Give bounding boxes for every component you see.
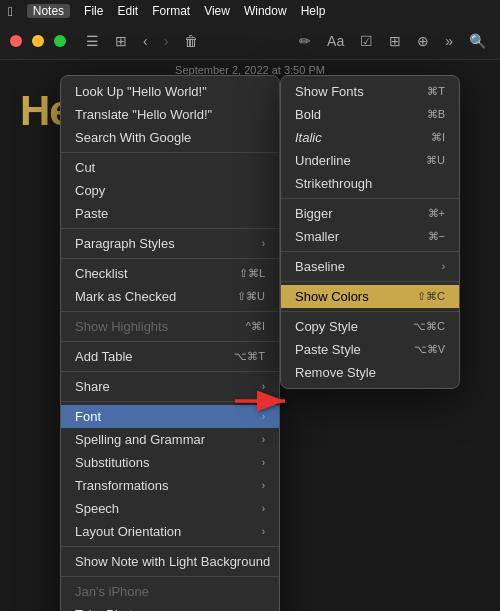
lookup-label: Look Up "Hello World!" — [75, 84, 207, 99]
menu-paste[interactable]: Paste — [61, 202, 279, 225]
minimize-button[interactable] — [32, 35, 44, 47]
more-btn[interactable]: » — [441, 31, 457, 51]
submenu-italic[interactable]: Italic⌘I — [281, 126, 459, 149]
submenu-sep4 — [281, 311, 459, 312]
grid-view-btn[interactable]: ⊞ — [111, 31, 131, 51]
sep4 — [61, 311, 279, 312]
submenu-show-fonts[interactable]: Show Fonts⌘T — [281, 80, 459, 103]
menu-copy[interactable]: Copy — [61, 179, 279, 202]
menu-speech[interactable]: Speech› — [61, 497, 279, 520]
menu-checklist[interactable]: Checklist⇧⌘L — [61, 262, 279, 285]
menu-add-table[interactable]: Add Table⌥⌘T — [61, 345, 279, 368]
arrow-transformations: › — [262, 480, 265, 491]
share-btn[interactable]: ⊕ — [413, 31, 433, 51]
list-view-btn[interactable]: ☰ — [82, 31, 103, 51]
sep2 — [61, 228, 279, 229]
menubar-file[interactable]: File — [84, 4, 103, 18]
arrow-substitutions: › — [262, 457, 265, 468]
submenu-paste-style[interactable]: Paste Style⌥⌘V — [281, 338, 459, 361]
submenu-underline[interactable]: Underline⌘U — [281, 149, 459, 172]
toolbar: ☰ ⊞ ‹ › 🗑 ✏ Aa ☑ ⊞ ⊕ » 🔍 — [0, 22, 500, 60]
sep5 — [61, 341, 279, 342]
submenu-show-colors[interactable]: Show Colors⇧⌘C — [281, 285, 459, 308]
menu-transformations[interactable]: Transformations› — [61, 474, 279, 497]
menubar-format[interactable]: Format — [152, 4, 190, 18]
submenu-sep1 — [281, 198, 459, 199]
compose-btn[interactable]: ✏ — [295, 31, 315, 51]
delete-btn[interactable]: 🗑 — [180, 31, 202, 51]
menubar-window[interactable]: Window — [244, 4, 287, 18]
menu-take-photo[interactable]: Take Photo — [61, 603, 279, 611]
menubar-notes[interactable]: Notes — [27, 4, 70, 18]
forward-btn[interactable]: › — [160, 31, 173, 51]
arrow-layout: › — [262, 526, 265, 537]
submenu-sep2 — [281, 251, 459, 252]
sep9 — [61, 576, 279, 577]
arrow-indicator — [235, 387, 295, 419]
font-submenu: Show Fonts⌘T Bold⌘B Italic⌘I Underline⌘U… — [280, 75, 460, 389]
submenu-bold[interactable]: Bold⌘B — [281, 103, 459, 126]
search-btn[interactable]: 🔍 — [465, 31, 490, 51]
menu-mark-checked[interactable]: Mark as Checked⇧⌘U — [61, 285, 279, 308]
submenu-bigger[interactable]: Bigger⌘+ — [281, 202, 459, 225]
sep3 — [61, 258, 279, 259]
context-menu: Look Up "Hello World!" Translate "Hello … — [60, 75, 280, 611]
menu-search-google[interactable]: Search With Google — [61, 126, 279, 149]
menu-section-iphone: Jan's iPhone — [61, 580, 279, 603]
apple-menu[interactable]:  — [8, 4, 13, 19]
menu-substitutions[interactable]: Substitutions› — [61, 451, 279, 474]
submenu-sep3 — [281, 281, 459, 282]
arrow-speech: › — [262, 503, 265, 514]
menu-translate[interactable]: Translate "Hello World!" — [61, 103, 279, 126]
submenu-baseline[interactable]: Baseline› — [281, 255, 459, 278]
back-btn[interactable]: ‹ — [139, 31, 152, 51]
table-btn[interactable]: ⊞ — [385, 31, 405, 51]
menubar-help[interactable]: Help — [301, 4, 326, 18]
checklist-btn[interactable]: ☑ — [356, 31, 377, 51]
menubar-view[interactable]: View — [204, 4, 230, 18]
menu-lookup[interactable]: Look Up "Hello World!" — [61, 80, 279, 103]
menu-layout[interactable]: Layout Orientation› — [61, 520, 279, 543]
submenu-remove-style[interactable]: Remove Style — [281, 361, 459, 384]
sep1 — [61, 152, 279, 153]
menubar-edit[interactable]: Edit — [117, 4, 138, 18]
menu-show-highlights: Show Highlights^⌘I — [61, 315, 279, 338]
sep6 — [61, 371, 279, 372]
menubar:  Notes File Edit Format View Window Hel… — [0, 0, 500, 22]
submenu-smaller[interactable]: Smaller⌘− — [281, 225, 459, 248]
arrow-spelling: › — [262, 434, 265, 445]
close-button[interactable] — [10, 35, 22, 47]
sep8 — [61, 546, 279, 547]
submenu-copy-style[interactable]: Copy Style⌥⌘C — [281, 315, 459, 338]
format-btn[interactable]: Aa — [323, 31, 348, 51]
menu-spelling[interactable]: Spelling and Grammar› — [61, 428, 279, 451]
maximize-button[interactable] — [54, 35, 66, 47]
menu-light-bg[interactable]: Show Note with Light Background — [61, 550, 279, 573]
menu-paragraph-styles[interactable]: Paragraph Styles› — [61, 232, 279, 255]
arrow-baseline: › — [442, 261, 445, 272]
submenu-strikethrough[interactable]: Strikethrough — [281, 172, 459, 195]
menu-cut[interactable]: Cut — [61, 156, 279, 179]
arrow-paragraph: › — [262, 238, 265, 249]
